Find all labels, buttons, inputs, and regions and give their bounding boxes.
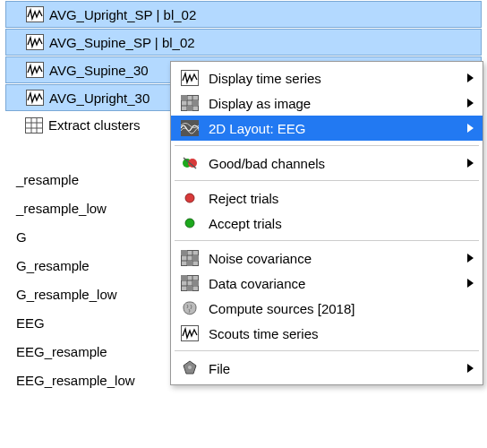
file-icon [180,358,200,378]
goodbad-icon [180,153,200,173]
background-item: EEG_resample [0,337,161,366]
background-item-label: EEG [16,315,45,331]
grid-icon [180,93,200,113]
menu-item[interactable]: Compute sources [2018] [171,296,483,321]
background-item: _resample_low [0,194,161,222]
background-item: G_resample_low [0,280,161,308]
menu-item[interactable]: Scouts time series [171,321,483,346]
submenu-arrow-icon [467,99,474,108]
background-item-label: _resample [16,172,79,187]
wave-icon [26,90,44,106]
menu-item-label: Good/bad channels [209,156,458,171]
submenu-arrow-icon [467,364,474,373]
background-item: EEG [0,308,161,337]
tree-item-label: AVG_Supine_30 [49,63,149,78]
submenu-arrow-icon [467,159,474,168]
menu-item[interactable]: Reject trials [171,185,483,211]
menu-item[interactable]: Data covariance [171,271,483,296]
submenu-arrow-icon [467,73,474,82]
grid-icon [180,248,200,268]
menu-item-label: 2D Layout: EEG [209,121,458,136]
background-item: G_resample [0,251,161,280]
submenu-arrow-icon [467,124,474,133]
background-item-label: G [16,229,27,245]
menu-item-label: Display as image [209,96,458,111]
menu-item-label: Display time series [209,71,458,86]
wave-icon [26,34,44,50]
menu-item[interactable]: Accept trials [171,211,483,236]
menu-item-label: Reject trials [209,191,474,206]
menu-item-label: Data covariance [209,276,458,291]
tree-item-label: AVG_Supine_SP | bl_02 [49,35,195,50]
wave-icon [26,62,44,78]
tree-item-label: AVG_Upright_SP | bl_02 [49,7,196,22]
menu-item[interactable]: 2D Layout: EEG [171,116,483,141]
tree-item-label: Extract clusters [48,117,141,133]
menu-separator [175,180,479,181]
context-menu: Display time seriesDisplay as image2D La… [170,61,483,385]
menu-item-label: File [209,361,458,376]
tree-item[interactable]: AVG_Upright_SP | bl_02 [5,1,482,28]
green-dot-icon [180,213,200,233]
background-item-label: EEG_resample_low [16,373,135,388]
menu-item[interactable]: Display time series [171,65,483,90]
menu-item[interactable]: Display as image [171,90,483,116]
background-item: G [0,222,161,251]
background-list: _resample_resample_lowGG_resampleG_resam… [0,165,161,394]
menu-separator [175,350,479,351]
menu-separator [175,240,479,241]
grid-icon [180,273,200,293]
table-icon [25,117,43,134]
wave-icon [180,68,200,88]
menu-item[interactable]: Good/bad channels [171,151,483,176]
red-dot-icon [180,188,200,208]
background-item: _resample [0,165,161,194]
layout-icon [180,118,200,138]
wave-icon [180,323,200,343]
tree-item[interactable]: AVG_Supine_SP | bl_02 [5,29,482,56]
menu-item-label: Compute sources [2018] [209,301,474,316]
menu-item-label: Accept trials [209,216,474,231]
brain-icon [180,298,200,318]
menu-item-label: Scouts time series [209,326,474,341]
menu-separator [175,145,479,146]
wave-icon [26,6,44,22]
menu-item[interactable]: Noise covariance [171,246,483,271]
submenu-arrow-icon [467,279,474,288]
submenu-arrow-icon [467,254,474,263]
background-item: EEG_resample_low [0,366,161,394]
tree-item-label: AVG_Upright_30 [49,90,150,106]
background-item-label: _resample_low [16,201,107,216]
background-item-label: EEG_resample [16,344,107,359]
background-item-label: G_resample_low [16,287,117,302]
menu-item-label: Noise covariance [209,251,458,266]
menu-item[interactable]: File [171,356,483,381]
background-item-label: G_resample [16,258,90,273]
